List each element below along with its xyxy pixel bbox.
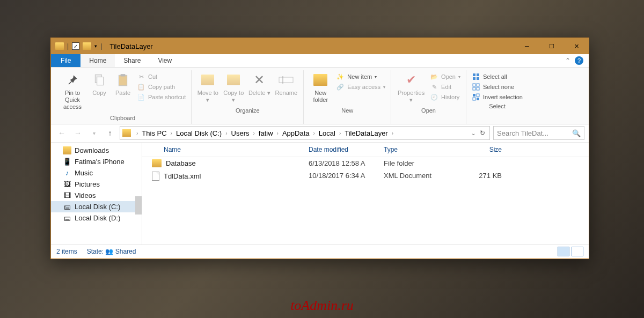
refresh-button[interactable]: ↻ (480, 129, 485, 137)
breadcrumb-item[interactable]: AppData (281, 129, 311, 137)
qat-dropdown-icon[interactable]: ▾ (94, 43, 97, 49)
breadcrumb-item[interactable]: Local (317, 129, 337, 137)
sidebar-item-pictures[interactable]: 🖼Pictures (51, 179, 142, 190)
search-icon[interactable]: 🔍 (572, 129, 581, 137)
tab-file[interactable]: File (51, 54, 80, 67)
svg-rect-13 (477, 87, 479, 90)
invert-selection-button[interactable]: Invert selection (472, 93, 523, 101)
copy-to-button[interactable]: Copy to ▾ (221, 70, 246, 106)
qat-checkbox-icon[interactable]: ✓ (72, 42, 79, 50)
column-name[interactable]: Name (142, 143, 303, 157)
edit-icon: ✎ (430, 83, 438, 91)
ribbon-collapse-icon[interactable]: ⌃ (565, 57, 570, 64)
breadcrumb-item[interactable]: Users (230, 129, 251, 137)
tab-view[interactable]: View (149, 54, 180, 67)
file-row[interactable]: TdlData.xml 10/18/2017 6:34 A XML Docume… (142, 169, 589, 183)
column-size[interactable]: Size (453, 143, 507, 157)
pin-quick-access-button[interactable]: Pin to Quick access (57, 70, 87, 113)
search-input[interactable]: Search TileDat... 🔍 (493, 126, 584, 140)
rename-button[interactable]: Rename (272, 70, 300, 106)
large-icons-view-button[interactable] (572, 247, 583, 256)
svg-rect-12 (473, 87, 475, 90)
new-item-button[interactable]: ✨New item ▾ (336, 72, 385, 81)
drive-icon: 🖴 (63, 203, 71, 210)
chevron-right-icon[interactable]: › (390, 130, 396, 136)
address-folder-icon (122, 129, 131, 137)
sidebar-item-downloads[interactable]: Downloads (51, 145, 142, 156)
paste-icon (115, 72, 131, 87)
qat-folder-icon[interactable] (83, 42, 91, 50)
ribbon-group-clipboard: Pin to Quick access Copy Paste ✂Cut 📋Cop… (54, 70, 192, 124)
address-bar[interactable]: › This PC› Local Disk (C:)› Users› fatiw… (120, 126, 490, 140)
group-label: Select (489, 101, 506, 112)
up-button[interactable]: ↑ (104, 127, 116, 139)
sidebar-item-iphone[interactable]: 📱Fatima's iPhone (51, 156, 142, 167)
recent-locations-button[interactable]: ▾ (87, 127, 100, 139)
copy-icon (91, 72, 107, 87)
breadcrumb-item[interactable]: fatiw (257, 129, 275, 137)
chevron-right-icon[interactable]: › (251, 130, 257, 136)
scissors-icon: ✂ (137, 72, 145, 81)
minimize-button[interactable]: ─ (515, 38, 539, 54)
chevron-right-icon[interactable]: › (134, 130, 140, 136)
navigation-pane[interactable]: Downloads 📱Fatima's iPhone ♪Music 🖼Pictu… (51, 143, 142, 245)
maximize-button[interactable]: ☐ (539, 38, 564, 54)
chevron-right-icon[interactable]: › (311, 130, 317, 136)
move-to-icon (200, 72, 216, 87)
delete-icon: ✕ (251, 72, 267, 87)
chevron-right-icon[interactable]: › (223, 130, 229, 136)
select-none-button[interactable]: Select none (472, 83, 523, 91)
file-icon (152, 172, 159, 181)
easy-access-button[interactable]: 🔗Easy access ▾ (336, 83, 385, 91)
close-button[interactable]: ✕ (564, 38, 589, 54)
history-button[interactable]: 🕘History (430, 93, 460, 101)
svg-rect-16 (473, 98, 475, 100)
svg-rect-4 (279, 77, 293, 83)
breadcrumb: › This PC› Local Disk (C:)› Users› fatiw… (134, 129, 396, 137)
breadcrumb-item[interactable]: Local Disk (C:) (174, 129, 223, 137)
sidebar-item-music[interactable]: ♪Music (51, 167, 142, 179)
copy-path-button[interactable]: 📋Copy path (137, 83, 186, 91)
sidebar-scrollbar[interactable] (135, 196, 142, 215)
sidebar-item-videos[interactable]: 🎞Videos (51, 190, 142, 201)
sidebar-item-local-disk-c[interactable]: 🖴Local Disk (C:) (51, 201, 142, 212)
details-view-button[interactable] (558, 247, 569, 256)
state-indicator: State: 👥 Shared (87, 248, 136, 255)
column-date[interactable]: Date modified (303, 143, 378, 157)
sidebar-item-local-disk-d[interactable]: 🖴Local Disk (D:) (51, 212, 142, 224)
paste-shortcut-button[interactable]: 📄Paste shortcut (137, 93, 186, 101)
select-all-button[interactable]: Select all (472, 72, 523, 81)
breadcrumb-item[interactable]: TileDataLayer (343, 129, 389, 137)
new-folder-button[interactable]: New folder (307, 70, 334, 106)
paste-button[interactable]: Paste (111, 70, 135, 106)
move-to-button[interactable]: Move to ▾ (195, 70, 221, 106)
copy-button[interactable]: Copy (87, 70, 111, 106)
divider: | (100, 42, 102, 50)
titlebar[interactable]: | ✓ ▾ | TileDataLayer ─ ☐ ✕ (51, 38, 589, 54)
delete-button[interactable]: ✕ Delete ▾ (246, 70, 272, 106)
svg-rect-9 (477, 77, 479, 80)
tab-home[interactable]: Home (80, 54, 115, 67)
svg-rect-8 (473, 77, 475, 80)
file-list[interactable]: Name Date modified Type Size Database 6/… (142, 143, 589, 245)
column-type[interactable]: Type (378, 143, 453, 157)
svg-rect-2 (119, 75, 127, 86)
back-button[interactable]: ← (55, 127, 68, 139)
chevron-right-icon[interactable]: › (275, 130, 281, 136)
help-icon[interactable]: ? (575, 56, 583, 65)
properties-button[interactable]: ✔ Properties ▾ (394, 70, 428, 106)
history-icon: 🕘 (430, 93, 438, 101)
breadcrumb-item[interactable]: This PC (140, 129, 168, 137)
pin-icon (64, 72, 80, 87)
music-icon: ♪ (63, 169, 71, 176)
chevron-right-icon[interactable]: › (337, 130, 343, 136)
chevron-right-icon[interactable]: › (169, 130, 174, 136)
cut-button[interactable]: ✂Cut (137, 72, 186, 81)
forward-button[interactable]: → (71, 127, 84, 139)
file-row[interactable]: Database 6/13/2018 12:58 A File folder (142, 157, 589, 169)
address-dropdown-icon[interactable]: ⌄ (471, 130, 475, 136)
edit-button[interactable]: ✎Edit (430, 83, 460, 91)
rename-icon (278, 72, 294, 87)
open-button[interactable]: 📂Open ▾ (430, 72, 460, 81)
tab-share[interactable]: Share (115, 54, 149, 67)
